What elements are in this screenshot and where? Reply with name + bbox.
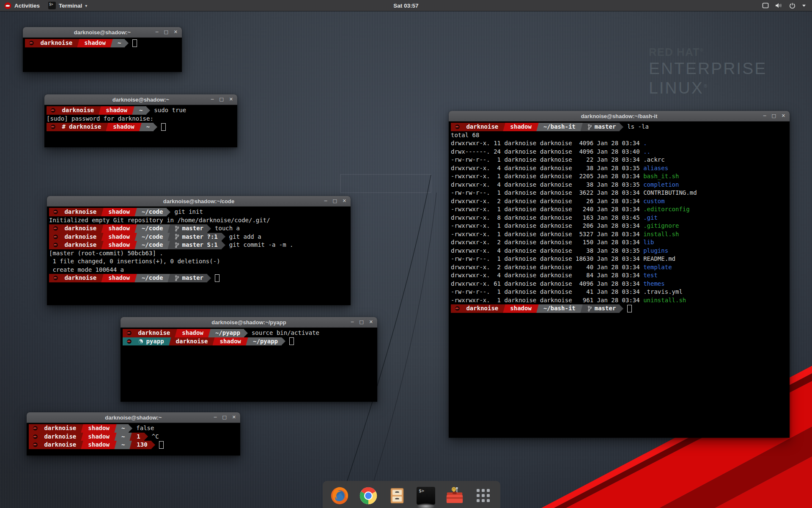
terminal-window-bash-it: darknoise@shadow:~/bash-it─□✕ darknoises… [449,111,790,438]
terminal-command: ls -la [627,123,649,131]
terminal-window-sudo: darknoise@shadow:~─□✕ darknoiseshadow~su… [44,94,237,147]
prompt-segment-path: ~ [114,39,125,47]
chevron-down-icon[interactable] [802,4,806,7]
terminal-window-code: darknoise@shadow:~/code─□✕ darknoiseshad… [47,196,351,305]
dock-item-files[interactable] [387,484,408,507]
terminal-output-line: drwxrwxr-x. 2 darknoise darknoise 150 Ja… [451,238,787,247]
minimize-button[interactable]: ─ [211,94,214,105]
maximize-button[interactable]: □ [771,111,776,121]
files-icon [388,486,406,505]
power-icon[interactable] [789,3,796,9]
terminal-output-text: lib [643,239,654,246]
window-picker-icon[interactable] [762,3,769,8]
powerline-separator [167,233,171,241]
powerline-separator [535,304,540,313]
window-controls: ─□✕ [763,111,790,121]
terminal-content[interactable]: darknoiseshadow~/pyappsource bin/activat… [121,328,377,402]
git-branch-icon [587,306,592,312]
activities-button[interactable]: Activities [0,0,44,11]
maximize-button[interactable]: □ [332,196,337,206]
terminal-output-text: -rwxrwxr-x. 1 darknoise darknoise 240 Ja… [451,206,643,213]
maximize-button[interactable]: □ [219,94,223,105]
prompt-segment-user: darknoise [49,224,100,233]
titlebar[interactable]: darknoise@shadow:~─□✕ [23,27,182,38]
terminal-prompt-line: darknoiseshadow~/codemastertouch a [49,224,348,233]
window-controls: ─□✕ [324,196,351,206]
terminal-output-text: -rw-rw-r--. 1 darknoise darknoise 22 Jan… [451,156,643,163]
powerline-separator [100,208,104,216]
maximize-button[interactable]: □ [222,412,226,422]
powerline-separator [167,274,171,282]
dock-item-terminal[interactable]: $> [415,484,436,507]
terminal-cursor [289,337,294,345]
powerline-end-arrow [207,225,211,232]
terminal-output-line: drwxrwxr-x. 4 darknoise darknoise 38 Jan… [451,181,787,189]
terminal-output-line: Initialized empty Git repository in /hom… [49,216,348,225]
terminal-prompt-line: darknoiseshadow~1^C [29,433,238,441]
minimize-button[interactable]: ─ [156,27,159,37]
terminal-output-text: .editorconfig [643,206,690,213]
terminal-output-line: drwxrwxr-x. 2 darknoise darknoise 26 Jan… [451,197,787,206]
system-tray[interactable] [756,0,812,11]
close-button[interactable]: ✕ [343,196,346,206]
git-branch-icon [175,275,179,281]
dock-item-toolbox[interactable] [444,484,465,507]
terminal-command: source bin/activate [252,329,319,337]
powerline-separator [134,274,138,282]
minimize-button[interactable]: ─ [324,196,327,206]
prompt-segment-user: darknoise [49,241,100,249]
maximize-button[interactable]: □ [359,317,363,327]
terminal-content[interactable]: darknoiseshadow~/bash-itmasterls -latota… [449,121,790,438]
titlebar[interactable]: darknoise@shadow:~/code─□✕ [47,196,351,207]
terminal-content[interactable]: darknoiseshadow~/codegit initInitialized… [47,207,351,305]
terminal-content[interactable]: darknoiseshadow~sudo true[sudo] password… [44,105,237,147]
terminal-window-home-2: darknoise@shadow:~─□✕ darknoiseshadow~fa… [27,412,240,456]
powerline-end-arrow [146,107,150,114]
prompt-segment-host: shadow [506,304,535,313]
app-menu[interactable]: $> Terminal ▾ [44,0,91,11]
dock-item-chrome[interactable] [358,484,379,507]
minimize-button[interactable]: ─ [214,412,217,422]
close-button[interactable]: ✕ [232,412,236,422]
maximize-button[interactable]: □ [164,27,168,37]
redhat-logo-icon [4,2,11,9]
powerline-end-arrow [151,441,155,449]
titlebar[interactable]: darknoise@shadow:~/bash-it─□✕ [449,111,790,121]
terminal-output-text: -rwxrwxr-x. 1 darknoise darknoise 5327 J… [451,231,643,237]
powerline-separator [113,441,118,449]
terminal-output-text: CONTRIBUTING.md [643,189,697,196]
terminal-output-line: 1 file changed, 0 insertions(+), 0 delet… [49,257,348,266]
app-grid-icon [475,487,492,504]
titlebar[interactable]: darknoise@shadow:~─□✕ [27,412,240,423]
terminal-content[interactable]: darknoiseshadow~false darknoiseshadow~1^… [27,423,240,456]
close-button[interactable]: ✕ [782,111,785,121]
redhat-icon [53,209,58,215]
powerline-separator [167,224,171,233]
powerline-separator [100,241,104,249]
dock-item-app-grid[interactable] [473,484,494,507]
powerline-end-arrow [620,305,623,312]
titlebar[interactable]: darknoise@shadow:~/pyapp─□✕ [121,317,377,328]
close-button[interactable]: ✕ [174,27,178,37]
terminal-output-text: drwxrwxr-x. 61 darknoise darknoise 4096 … [451,280,643,287]
terminal-output-line: drwxrwxr-x. 8 darknoise darknoise 163 Ja… [451,214,787,222]
titlebar[interactable]: darknoise@shadow:~─□✕ [44,94,237,105]
powerline-separator [100,274,104,282]
powerline-separator [134,233,138,241]
powerline-separator [129,441,133,449]
terminal-output-text: completion [643,181,679,188]
minimize-button[interactable]: ─ [763,111,766,121]
terminal-prompt-line: darknoiseshadow~/pyappsource bin/activat… [123,329,375,337]
clock[interactable]: Sat 03:57 [0,3,812,9]
volume-icon[interactable] [775,3,783,8]
close-button[interactable]: ✕ [369,317,373,327]
redhat-icon [53,275,58,281]
dock-item-firefox[interactable] [329,484,350,507]
close-button[interactable]: ✕ [229,94,233,105]
powerline-separator [134,241,138,249]
powerline-separator [502,123,506,131]
terminal-cursor [132,39,137,47]
minimize-button[interactable]: ─ [351,317,354,327]
terminal-content[interactable]: darknoiseshadow~ [23,38,182,72]
window-title: darknoise@shadow:~/code [47,198,351,204]
